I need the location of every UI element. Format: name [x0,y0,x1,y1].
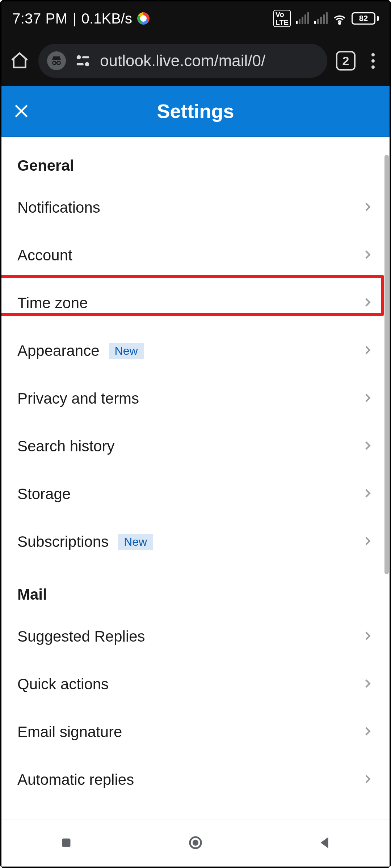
chevron-right-icon [361,439,374,453]
signal-1-icon [296,13,309,24]
row-privacy-and-terms[interactable]: Privacy and terms [1,375,390,422]
volte-icon: VoLTE [273,10,291,27]
home-button[interactable] [9,51,30,71]
svg-rect-6 [77,63,84,65]
battery-icon: 82 [352,12,379,25]
wifi-icon [333,13,346,24]
new-badge: New [118,534,153,550]
section-title-mail: Mail [1,566,390,613]
status-separator: | [72,10,76,27]
row-account[interactable]: Account [1,231,390,279]
row-suggested-replies[interactable]: Suggested Replies [1,613,390,660]
chevron-right-icon [361,201,374,214]
settings-list[interactable]: General Notifications Account Time zone … [1,137,390,820]
chrome-icon [137,12,150,25]
tab-count: 2 [342,54,349,68]
row-label: Appearance [17,342,100,359]
row-label: Automatic replies [17,771,134,788]
svg-point-1 [53,61,56,65]
chevron-right-icon [361,677,374,691]
status-bar: 7:37 PM | 0.1KB/s VoLTE 82 [1,1,390,35]
signal-2-icon [314,13,328,24]
row-search-history[interactable]: Search history [1,422,390,470]
svg-point-3 [77,55,81,60]
chevron-right-icon [361,725,374,739]
device-frame: 7:37 PM | 0.1KB/s VoLTE 82 [0,0,391,868]
android-nav-bar [1,820,390,867]
row-label: Storage [17,485,71,503]
svg-point-5 [85,62,89,67]
nav-recents-button[interactable] [58,834,75,852]
battery-level: 82 [359,14,368,23]
chevron-right-icon [361,248,374,262]
svg-point-0 [339,22,340,24]
nav-home-button[interactable] [187,834,204,852]
row-storage[interactable]: Storage [1,470,390,518]
address-bar[interactable]: outlook.live.com/mail/0/ [38,44,327,78]
tab-switcher-button[interactable]: 2 [336,51,356,71]
incognito-icon [47,51,66,70]
row-label: Account [17,247,72,264]
row-label: Suggested Replies [17,628,145,645]
nav-back-button[interactable] [316,834,333,852]
chevron-right-icon [361,535,374,549]
scroll-indicator [384,155,389,574]
chevron-right-icon [361,296,374,310]
url-text: outlook.live.com/mail/0/ [100,52,265,70]
chevron-right-icon [361,630,374,643]
settings-header: Settings [1,86,390,137]
chevron-right-icon [361,487,374,501]
row-label: Privacy and terms [17,390,139,407]
status-network-speed: 0.1KB/s [81,10,132,27]
new-badge: New [109,343,144,359]
svg-rect-4 [82,56,89,59]
row-label: Search history [17,438,114,455]
section-title-general: General [1,137,390,184]
browser-menu-button[interactable] [364,53,382,69]
site-settings-icon[interactable] [75,52,91,69]
row-label: Notifications [17,199,100,216]
row-automatic-replies[interactable]: Automatic replies [1,756,390,804]
row-quick-actions[interactable]: Quick actions [1,660,390,708]
close-button[interactable] [1,86,41,136]
svg-point-9 [193,841,198,845]
row-label: Quick actions [17,676,109,693]
browser-toolbar: outlook.live.com/mail/0/ 2 [1,35,390,86]
row-time-zone[interactable]: Time zone [1,279,390,327]
chevron-right-icon [361,392,374,405]
row-label: Time zone [17,294,88,312]
chevron-right-icon [361,773,374,787]
row-label: Email signature [17,723,122,741]
page-title: Settings [1,100,390,122]
svg-rect-7 [62,838,70,847]
status-time: 7:37 PM [12,10,67,27]
chevron-right-icon [361,344,374,358]
svg-point-2 [57,61,60,65]
row-appearance[interactable]: Appearance New [1,327,390,375]
row-notifications[interactable]: Notifications [1,184,390,231]
row-label: Subscriptions [17,533,109,550]
row-subscriptions[interactable]: Subscriptions New [1,518,390,566]
row-email-signature[interactable]: Email signature [1,708,390,756]
